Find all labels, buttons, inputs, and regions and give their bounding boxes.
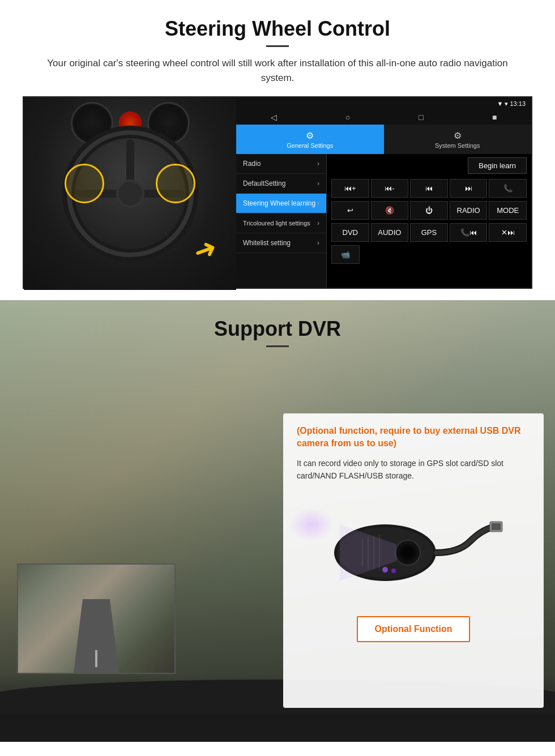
svg-point-10 <box>391 569 396 573</box>
radio-button[interactable]: RADIO <box>450 201 488 220</box>
recents-button[interactable]: □ <box>419 113 423 122</box>
begin-learn-row: Begin learn <box>327 154 531 177</box>
menu-item-whitelist[interactable]: Whitelist setting › <box>236 233 326 253</box>
sw-right-button-highlight <box>156 164 195 203</box>
sw-left-button-highlight <box>65 164 104 203</box>
section-steering-wheel: Steering Wheel Control Your original car… <box>0 0 555 300</box>
clock: 13:13 <box>510 100 526 107</box>
settings-content-area: Radio › DefaultSetting › Steering Wheel … <box>236 154 531 288</box>
steering-wheel-photo <box>24 97 236 290</box>
audio-button[interactable]: AUDIO <box>371 223 409 242</box>
media-controls-row1: ⏮+ ⏮- ⏮ ⏭ 📞 <box>327 177 531 199</box>
home-button[interactable]: ○ <box>345 113 350 122</box>
menu-button[interactable]: ■ <box>492 113 497 122</box>
menu-item-radio[interactable]: Radio › <box>236 154 326 174</box>
title-divider <box>266 45 289 47</box>
prev-track-button[interactable]: ⏮ <box>410 179 448 198</box>
mute-button[interactable]: 🔇 <box>371 201 409 220</box>
yellow-arrow-icon <box>185 233 225 262</box>
chevron-right-icon: › <box>317 199 319 207</box>
call-prev-button[interactable]: 📞⏮ <box>450 223 488 242</box>
camera-device <box>323 496 504 600</box>
call-button[interactable]: 📞 <box>489 179 527 198</box>
thumb-road <box>74 599 119 673</box>
menu-item-tricoloured[interactable]: Tricoloured light settings › <box>236 213 326 233</box>
vol-down-button[interactable]: ⏮- <box>371 179 409 198</box>
media-controls-row4: 📹 <box>327 244 531 266</box>
android-settings-panel: ▼ ▾ 13:13 ◁ ○ □ ■ ⚙ General Settings ⚙ S… <box>236 97 531 288</box>
chevron-right-icon: › <box>317 239 319 247</box>
media-controls-row3: DVD AUDIO GPS 📞⏮ ✕⏭ <box>327 221 531 244</box>
power-button[interactable]: ⏻ <box>410 201 448 220</box>
dvr-title-divider <box>266 345 289 347</box>
dvr-button[interactable]: 📹 <box>331 245 360 264</box>
section-subtitle: Your original car's steering wheel contr… <box>45 56 510 85</box>
dvr-section-title: Support DVR <box>0 317 555 341</box>
svg-point-9 <box>382 567 388 573</box>
steering-wheel-illustration <box>62 126 198 262</box>
optional-function-button[interactable]: Optional Function <box>357 616 470 642</box>
mode-button[interactable]: MODE <box>489 201 527 220</box>
android-status-bar: ▼ ▾ 13:13 <box>236 97 531 110</box>
settings-tab-bar: ⚙ General Settings ⚙ System Settings <box>236 125 531 154</box>
dvr-info-card: (Optional function, require to buy exter… <box>283 413 544 708</box>
chevron-right-icon: › <box>317 180 319 187</box>
signal-icon: ▼ ▾ <box>497 100 508 108</box>
menu-item-steering-wheel[interactable]: Steering Wheel learning › <box>236 194 326 213</box>
chevron-right-icon: › <box>317 160 319 168</box>
chevron-right-icon: › <box>317 219 319 227</box>
svg-point-8 <box>402 547 413 558</box>
tab-general-label: General Settings <box>287 142 333 149</box>
tab-system-settings[interactable]: ⚙ System Settings <box>384 125 532 154</box>
dvr-camera-thumbnail <box>17 563 176 674</box>
menu-item-default-setting[interactable]: DefaultSetting › <box>236 174 326 194</box>
android-nav-bar: ◁ ○ □ ■ <box>236 110 531 125</box>
tab-system-label: System Settings <box>435 142 480 149</box>
media-controls-row2: ↩ 🔇 ⏻ RADIO MODE <box>327 199 531 221</box>
section-dvr: Support DVR (Optional function, require … <box>0 300 555 742</box>
next-track-button[interactable]: ⏭ <box>450 179 488 198</box>
dvr-title-block: Support DVR <box>0 300 555 353</box>
general-settings-icon: ⚙ <box>306 130 314 141</box>
sw-hub <box>116 180 144 208</box>
begin-learn-button[interactable]: Begin learn <box>468 157 527 174</box>
tab-general-settings[interactable]: ⚙ General Settings <box>236 125 384 154</box>
system-settings-icon: ⚙ <box>454 130 462 141</box>
back-button[interactable]: ◁ <box>271 113 277 122</box>
control-panel: Begin learn ⏮+ ⏮- ⏮ ⏭ 📞 ↩ 🔇 ⏻ <box>327 154 531 288</box>
dvd-button[interactable]: DVD <box>331 223 369 242</box>
dvr-camera-image <box>297 492 530 605</box>
dvr-thumb-scene <box>18 565 174 673</box>
settings-menu: Radio › DefaultSetting › Steering Wheel … <box>236 154 327 288</box>
back-call-button[interactable]: ↩ <box>331 201 369 220</box>
page-title: Steering Wheel Control <box>23 17 532 41</box>
dvr-camera-svg <box>323 496 504 598</box>
camera-assembly <box>323 496 504 600</box>
android-ui-mockup: ▼ ▾ 13:13 ◁ ○ □ ■ ⚙ General Settings ⚙ S… <box>23 96 532 289</box>
gps-button[interactable]: GPS <box>410 223 448 242</box>
vol-up-button[interactable]: ⏮+ <box>331 179 369 198</box>
mute-next-button[interactable]: ✕⏭ <box>489 223 527 242</box>
dvr-optional-notice: (Optional function, require to buy exter… <box>297 425 530 450</box>
svg-rect-12 <box>492 523 501 530</box>
dvr-description: It can record video only to storage in G… <box>297 457 530 482</box>
